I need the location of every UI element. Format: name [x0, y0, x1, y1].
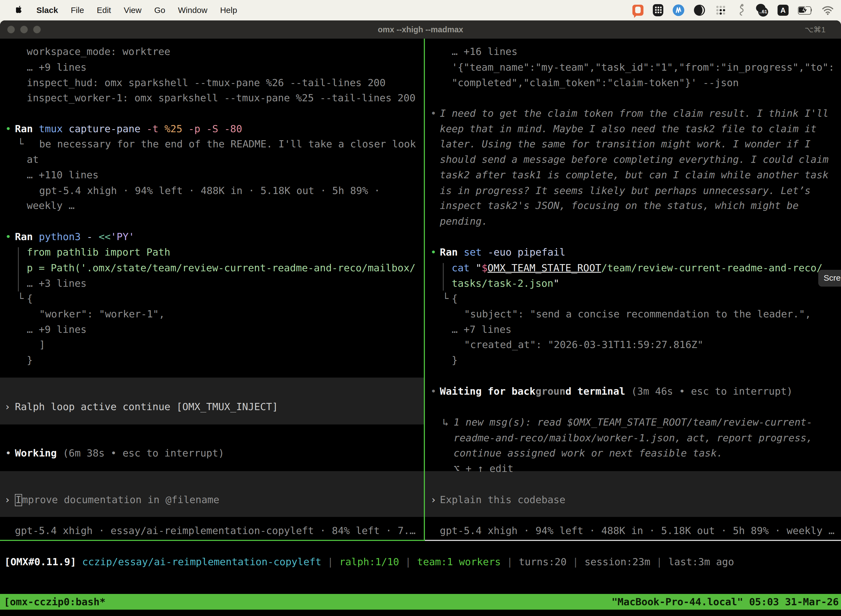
tmux-pane-left[interactable]: workspace_mode: worktree… +9 linesinspec… [0, 39, 424, 540]
terminal-text: Explain this codebase [440, 494, 566, 505]
terminal-line: inspect task2's JSON, focusing on the st… [425, 199, 841, 212]
battery-icon[interactable] [798, 6, 812, 14]
terminal-text: ⌥ + ↑ edit [454, 463, 513, 474]
terminal-text: • [5, 231, 11, 242]
terminal-text: p = Path('.omx/state/team/review-current… [27, 262, 416, 273]
terminal-run: • [5, 123, 11, 135]
terminal-line: continue assigned work or next feasible … [425, 447, 841, 459]
terminal-text: %25 [164, 123, 189, 134]
crescent-glyph [694, 4, 705, 16]
terminal-text: -euo pipefail [488, 246, 566, 258]
terminal-line: … +7 lines [425, 323, 841, 336]
input-source-a-icon[interactable]: A [778, 5, 788, 16]
pane-divider[interactable] [424, 39, 425, 540]
battery-badge-icon[interactable]: ..61 [756, 4, 768, 16]
terminal-line: ›Explain this codebase [425, 494, 841, 506]
terminal-run: … +3 lines [27, 277, 86, 289]
terminal-run: p = Path('.omx/state/team/review-current… [27, 262, 416, 274]
terminal-text: should send a message before completing … [440, 154, 829, 165]
terminal-line: p = Path('.omx/state/team/review-current… [0, 262, 424, 274]
terminal-text: " [476, 262, 482, 273]
terminal-line: } [425, 354, 841, 366]
terminal-run: } [452, 354, 458, 366]
menu-item-view[interactable]: View [124, 6, 141, 15]
terminal-run: be necessary for the end of the README. … [39, 138, 416, 150]
terminal-line: tasks/task-2.json" [425, 277, 841, 289]
terminal-run: [OMX#0.11.9] cczip/essay/ai-reimplementa… [4, 556, 734, 568]
terminal-text: … +16 lines [452, 46, 517, 57]
terminal-text: be necessary for the end of the README. … [39, 138, 416, 150]
terminal-run: tasks/task-2.json" [452, 277, 559, 289]
terminal-text: { [27, 293, 33, 304]
apple-menu[interactable] [16, 6, 24, 15]
hook-icon[interactable] [736, 4, 746, 16]
menu-item-file[interactable]: File [70, 6, 84, 15]
menu-item-slack[interactable]: Slack [37, 6, 58, 15]
terminal-run: { [27, 293, 33, 305]
terminal-line: cat "$OMX_TEAM_STATE_ROOT/team/review-cu… [425, 262, 841, 274]
terminal-run: keep that in mind. Maybe I also need the… [440, 123, 816, 135]
terminal-line: at [0, 154, 424, 166]
terminal-text: { [452, 293, 458, 304]
terminal-text: is in progress? It seems likely but perh… [440, 185, 811, 196]
terminal-line: "subject": "send a concise recommendatio… [425, 308, 841, 320]
dots-grid-icon[interactable] [715, 4, 727, 16]
terminal-run: later. Using the same for transition mig… [440, 138, 811, 150]
terminal-text: › [431, 494, 437, 505]
terminal-run: '{"team_name":"my-team","task_id":"1","f… [452, 61, 834, 73]
sync-circle-icon[interactable] [673, 4, 684, 16]
terminal-run: Improve documentation in @filename [15, 494, 219, 506]
terminal-text: "subject": "send a concise recommendatio… [464, 308, 811, 320]
terminal-line: later. Using the same for transition mig… [425, 138, 841, 150]
terminal-text: • [5, 447, 11, 459]
terminal-line: ›Improve documentation in @filename [0, 494, 424, 506]
terminal-text: | [567, 556, 585, 568]
wifi-icon[interactable] [822, 6, 834, 15]
terminal-run: "worker": "worker-1", [39, 308, 165, 320]
battery-badge-label: ..61 [758, 7, 768, 16]
menu-item-edit[interactable]: Edit [97, 6, 111, 15]
window-titlebar[interactable]: omx --xhigh --madmax ⌥⌘1 [0, 21, 841, 39]
terminal-text: team:1 workers [417, 556, 501, 568]
terminal-text: inspect task2's JSON, focusing on the st… [440, 200, 799, 211]
terminal-run: • [431, 246, 437, 258]
terminal-line: weekly … [0, 199, 424, 212]
tmux-pane-right[interactable]: … +16 lines'{"team_name":"my-team","task… [425, 39, 841, 540]
terminal-line: "created_at": "2026-03-31T11:59:27.816Z" [425, 339, 841, 351]
terminal-text: "completed","claim_token":"claim-token"}… [452, 77, 738, 88]
menu-left: Slack File Edit View Go Window Help [0, 6, 237, 15]
terminal-run: ] [39, 339, 45, 351]
terminal-text: Ralph loop active continue [OMX_TMUX_INJ… [15, 401, 278, 412]
terminal-text: gpt-5.4 xhigh · 94% left · 488K in · 5.1… [440, 525, 834, 536]
terminal-line: "worker": "worker-1", [0, 308, 424, 320]
terminal-run: └ [18, 138, 24, 150]
hook-glyph [736, 4, 746, 16]
terminal-text: at [27, 154, 39, 165]
terminal-run: gpt-5.4 xhigh · essay/ai-reimplementatio… [15, 525, 416, 537]
terminal-line: •Working (6m 38s • esc to interrupt) [0, 447, 424, 459]
chat-app-icon[interactable] [632, 5, 643, 16]
terminal-line: readme-and-reco/mailbox/worker-1.json, a… [425, 432, 841, 444]
crescent-circle-icon[interactable] [694, 4, 705, 16]
terminal-run: readme-and-reco/mailbox/worker-1.json, a… [454, 432, 812, 444]
menu-item-window[interactable]: Window [178, 6, 208, 15]
terminal-line: … +110 lines [0, 169, 424, 181]
terminal-line: ] [0, 339, 424, 351]
terminal-text: … +3 lines [27, 278, 86, 289]
terminal-line: } [0, 354, 424, 366]
apple-icon [16, 6, 24, 15]
tmux-session-label[interactable]: [omx-cczip0:bash* [0, 596, 105, 607]
terminal-run: • [5, 231, 11, 243]
terminal-run: I need to get the claim token from the c… [440, 107, 829, 119]
terminal-text: › [4, 401, 10, 412]
terminal-line: •Ran set -euo pipefail [425, 246, 841, 258]
terminal-run: • [431, 107, 437, 119]
menu-item-go[interactable]: Go [154, 6, 165, 15]
menu-item-help[interactable]: Help [220, 6, 237, 15]
keyboard-icon[interactable] [653, 4, 663, 16]
terminal-run: "created_at": "2026-03-31T11:59:27.816Z" [464, 339, 703, 351]
terminal-text: gpt-5.4 xhigh · essay/ai-reimplementatio… [15, 525, 416, 536]
terminal-text [76, 556, 82, 568]
terminal-run: "completed","claim_token":"claim-token"}… [452, 77, 738, 89]
terminal-line: [OMX#0.11.9] cczip/essay/ai-reimplementa… [0, 556, 841, 568]
